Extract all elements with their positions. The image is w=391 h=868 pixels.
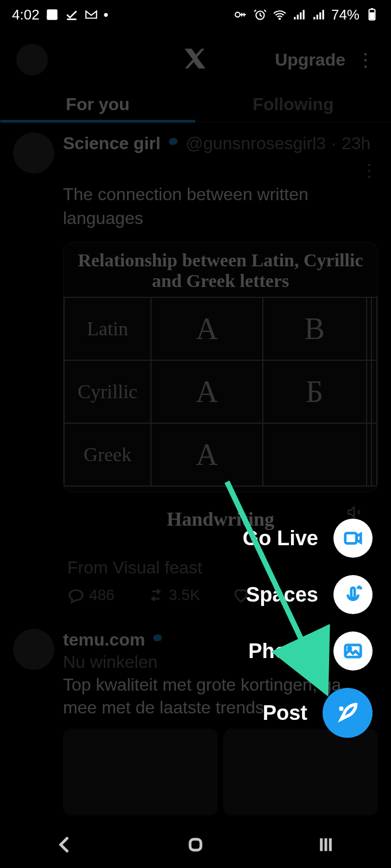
system-home-button[interactable] (185, 834, 206, 858)
photos-icon[interactable] (333, 631, 373, 671)
alarm-icon (253, 8, 267, 22)
alphabet-table: LatinAB CyrillicАБ GreekΑ (64, 297, 377, 487)
author-handle[interactable]: @gunsnrosesgirl3 (186, 132, 326, 154)
app-header: Upgrade ⋮ (0, 33, 391, 87)
svg-point-5 (235, 12, 240, 17)
ad-image[interactable] (223, 729, 378, 815)
wifi-icon (273, 8, 287, 22)
upgrade-button[interactable]: Upgrade (275, 50, 345, 70)
status-bar: 4:02 • 74% (0, 0, 391, 29)
compose-fab-menu: Go Live Spaces Photos Post (243, 519, 373, 738)
gallery-icon (45, 8, 59, 22)
fab-label: Photos (248, 640, 318, 663)
spaces-icon[interactable] (333, 575, 373, 614)
fab-option-photos[interactable]: Photos (248, 631, 373, 671)
svg-point-13 (348, 647, 351, 650)
svg-rect-10 (345, 533, 357, 544)
signal-icon (292, 8, 306, 22)
author-name[interactable]: Science girl (63, 132, 161, 154)
compose-post-button[interactable] (323, 688, 373, 738)
repost-button[interactable]: 3.5K (147, 586, 200, 604)
svg-rect-14 (190, 839, 201, 850)
ad-image[interactable] (63, 729, 218, 815)
reply-button[interactable]: 486 (67, 586, 115, 604)
battery-icon (365, 8, 379, 22)
fab-option-spaces[interactable]: Spaces (246, 575, 373, 614)
annotation-arrow (0, 0, 391, 868)
vpn-key-icon (234, 8, 248, 22)
golive-icon[interactable] (333, 519, 373, 558)
download-done-icon (65, 8, 79, 22)
author-avatar[interactable] (13, 132, 54, 174)
fab-option-post[interactable]: Post (263, 688, 373, 738)
svg-rect-9 (371, 8, 373, 9)
x-logo-icon[interactable] (184, 47, 207, 73)
signal-icon (312, 8, 326, 22)
feed-tabs: For you Following (0, 87, 391, 123)
fab-label: Post (263, 701, 307, 725)
fab-label: Spaces (246, 583, 318, 607)
svg-rect-8 (370, 12, 375, 20)
verified-badge-icon (166, 136, 180, 150)
tweet-more-icon[interactable]: ⋮ (361, 159, 378, 181)
post-time: 23h (342, 132, 370, 154)
mute-icon[interactable] (346, 505, 362, 520)
tweet-media[interactable]: Relationship between Latin, Cyrillic and… (63, 242, 378, 493)
more-notifications-dot: • (104, 7, 109, 23)
fab-option-golive[interactable]: Go Live (243, 519, 373, 558)
author-name[interactable]: temu.com (63, 629, 145, 650)
system-nav-bar (0, 824, 391, 868)
system-back-button[interactable] (54, 834, 76, 858)
profile-avatar[interactable] (16, 44, 48, 75)
author-avatar[interactable] (13, 629, 54, 670)
battery-percent: 74% (331, 7, 360, 23)
tab-following[interactable]: Following (195, 87, 391, 122)
gmail-icon (84, 8, 98, 22)
more-options-icon[interactable]: ⋮ (356, 49, 375, 71)
system-recents-button[interactable] (315, 834, 337, 858)
verified-badge-icon (150, 633, 165, 647)
status-time: 4:02 (12, 7, 40, 23)
tab-for-you[interactable]: For you (0, 87, 195, 122)
media-title: Relationship between Latin, Cyrillic and… (64, 242, 377, 297)
tweet-text: The connection between written languages (63, 182, 378, 230)
fab-label: Go Live (243, 527, 318, 550)
svg-rect-11 (351, 588, 355, 598)
